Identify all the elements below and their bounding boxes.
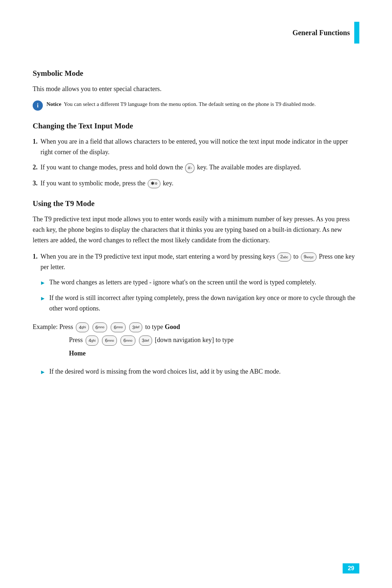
text-input-item-3: 3. If you want to symbolic mode, press t… [33, 178, 359, 189]
key-9wxyz: 9wxyz [301, 252, 317, 262]
key-6mno-2: 6mno [111, 322, 126, 332]
key-4ghi: 4ghi [76, 322, 89, 332]
example-home-word: Home [69, 348, 86, 359]
bullet-arrow-final: ► [40, 367, 46, 377]
text-input-item-2: 2. If you want to change modes, press an… [33, 162, 359, 173]
t9-item-1: 1. When you are in the T9 predictive tex… [33, 251, 359, 272]
t9-item-number-1: 1. [33, 251, 38, 272]
example-line-1: Example: Press 4ghi 6mno 6mno 3def to ty… [33, 321, 359, 333]
item-number-3: 3. [33, 178, 38, 189]
example-line-3: Home [69, 348, 359, 359]
t9-bullet-content-1: The word changes as letters are typed - … [49, 277, 359, 288]
symbolic-mode-body: This mode allows you to enter special ch… [33, 84, 359, 94]
item-content-3: If you want to symbolic mode, press the … [41, 178, 360, 189]
notice-box: i Notice You can select a different T9 l… [33, 100, 359, 111]
key-6mno-3: 6mno [102, 336, 117, 345]
example-label: Example: Press [33, 321, 73, 333]
header-title: General Functions [293, 29, 350, 37]
symbolic-mode-heading: Symbolic Mode [33, 69, 359, 78]
t9-bullet-content-final: If the desired word is missing from the … [49, 366, 359, 377]
header-accent-bar [354, 22, 359, 44]
t9-bullet-2: ► If the word is still incorrect after t… [40, 293, 359, 314]
symbolic-mode-section: Symbolic Mode This mode allows you to en… [33, 69, 359, 111]
example-line1-suffix: to type Good [145, 321, 180, 333]
example-press-label: Press [69, 334, 83, 346]
key-4ghi-2: 4ghi [86, 336, 98, 345]
page: General Functions Symbolic Mode This mod… [0, 0, 392, 588]
using-t9-heading: Using the T9 Mode [33, 199, 359, 208]
notice-text: You can select a different T9 language f… [63, 101, 316, 107]
using-t9-section: Using the T9 Mode The T9 predictive text… [33, 199, 359, 377]
star-key: ✱⚙ [148, 179, 160, 188]
t9-bullet-content-2: If the word is still incorrect after typ… [49, 293, 359, 314]
notice-content: Notice You can select a different T9 lan… [46, 100, 359, 108]
item-number-1: 1. [33, 136, 38, 157]
bullet-arrow-1: ► [40, 278, 46, 288]
hash-key: #♪ [185, 163, 195, 173]
item-content-2: If you want to change modes, press and h… [41, 162, 360, 173]
changing-text-input-section: Changing the Text Input Mode 1. When you… [33, 122, 359, 189]
text-input-item-1: 1. When you are in a field that allows c… [33, 136, 359, 157]
example-line-2: Press 4ghi 6mno 6mno 3def [down navigati… [69, 334, 359, 346]
key-2abc: 2abc [277, 252, 291, 262]
page-header: General Functions [33, 22, 359, 47]
using-t9-intro: The T9 predictive text input mode allows… [33, 214, 359, 245]
key-3def-1: 3def [129, 322, 142, 332]
item-number-2: 2. [33, 162, 38, 173]
key-6mno-4: 6mno [121, 336, 135, 345]
page-number: 29 [343, 563, 359, 573]
notice-icon: i [33, 100, 43, 111]
t9-item-content-1: When you are in the T9 predictive text i… [41, 251, 360, 272]
key-6mno-1: 6mno [93, 322, 107, 332]
key-3def-2: 3def [139, 336, 152, 345]
notice-label: Notice [46, 101, 61, 107]
t9-bullet-final: ► If the desired word is missing from th… [40, 366, 359, 377]
changing-text-input-heading: Changing the Text Input Mode [33, 122, 359, 131]
item-content-1: When you are in a field that allows char… [41, 136, 360, 157]
bullet-arrow-2: ► [40, 294, 46, 314]
t9-bullet-1: ► The word changes as letters are typed … [40, 277, 359, 288]
example-line2-suffix: [down navigation key] to type [155, 334, 234, 346]
example-block: Example: Press 4ghi 6mno 6mno 3def to ty… [33, 321, 359, 359]
